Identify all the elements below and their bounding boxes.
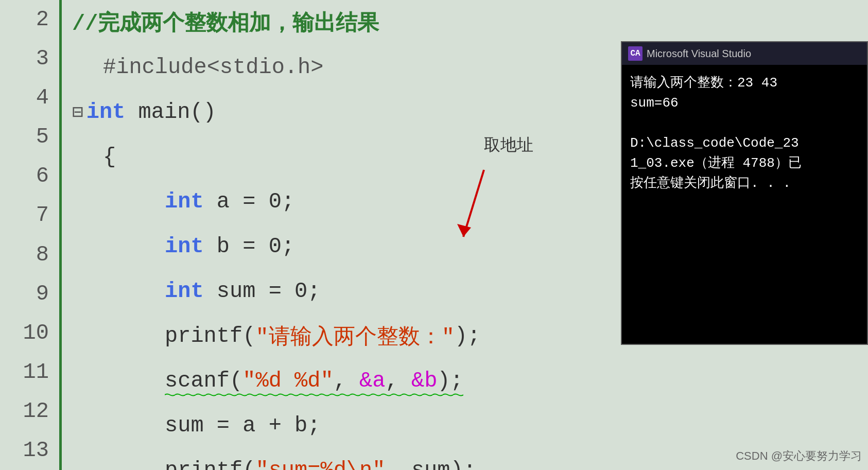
printf1-func: printf( — [165, 324, 255, 349]
line-numbers: 2 3 4 5 6 7 8 9 10 11 12 13 — [0, 0, 62, 470]
line-num-2: 2 — [36, 0, 49, 39]
vs-line-6: 按任意键关闭此窗口. . . — [630, 173, 859, 194]
line-num-8: 8 — [36, 235, 49, 274]
var-a: a = 0; — [204, 189, 294, 214]
keyword-int-sum: int — [165, 279, 204, 304]
main-decl: main() — [125, 100, 216, 125]
vs-line-4: D:\class_code\Code_23 — [630, 133, 859, 153]
line-num-6: 6 — [36, 156, 49, 196]
scanf-comma2: , — [386, 369, 411, 393]
vs-title: Microsoft Visual Studio — [647, 48, 751, 60]
printf2-string: "sum=%d\n" — [255, 458, 385, 471]
printf1-string: "请输入两个整数：" — [255, 322, 454, 351]
scanf-string: "%d %d" — [242, 369, 333, 393]
var-sum: sum = 0; — [204, 279, 321, 304]
keyword-int-b: int — [165, 234, 204, 259]
code-line-11: sum = a + b; — [72, 403, 868, 448]
line-num-5: 5 — [36, 117, 49, 156]
line-num-3: 3 — [36, 39, 49, 78]
scanf-end: ); — [437, 369, 463, 393]
line-num-10: 10 — [23, 314, 49, 353]
brace-open: { — [103, 145, 116, 169]
scanf-amp-b: &b — [411, 369, 437, 393]
printf2-args: , sum); — [385, 458, 476, 471]
scanf-line: scanf("%d %d", &a, &b); — [165, 369, 463, 393]
printf2-func: printf( — [165, 458, 255, 471]
code-line-2: //完成两个整数相加，输出结果 — [72, 0, 868, 45]
collapse-icon[interactable]: ⊟ — [72, 101, 83, 124]
comment-text: //完成两个整数相加，输出结果 — [72, 8, 379, 37]
watermark: CSDN @安心要努力学习 — [736, 448, 862, 464]
sum-calc: sum = a + b; — [165, 413, 320, 438]
code-line-10: scanf("%d %d", &a, &b); — [72, 358, 868, 403]
include-text: #include<stdio.h> — [103, 55, 323, 80]
vs-console-window: CA Microsoft Visual Studio 请输入两个整数：23 43… — [621, 41, 868, 345]
line-num-12: 12 — [23, 392, 49, 431]
vs-line-5: 1_03.exe（进程 4788）已 — [630, 153, 859, 173]
line-num-9: 9 — [36, 274, 49, 314]
scanf-amp-a: &a — [359, 369, 385, 393]
vs-line-3 — [630, 113, 859, 133]
vs-console-content: 请输入两个整数：23 43 sum=66 D:\class_code\Code_… — [622, 65, 867, 344]
var-b: b = 0; — [204, 234, 294, 259]
line-num-13: 13 — [23, 431, 49, 470]
vs-logo: CA — [628, 46, 643, 61]
line-num-7: 7 — [36, 196, 49, 235]
line-num-4: 4 — [36, 78, 49, 117]
line-num-11: 11 — [23, 353, 49, 392]
main-container: 2 3 4 5 6 7 8 9 10 11 12 13 //完成两个整数相加，输… — [0, 0, 868, 470]
printf1-end: ); — [455, 324, 480, 349]
vs-titlebar: CA Microsoft Visual Studio — [622, 42, 867, 65]
scanf-func: scanf( — [165, 369, 242, 393]
vs-line-1: 请输入两个整数：23 43 — [630, 73, 859, 93]
scanf-comma: , — [334, 369, 359, 393]
keyword-int-main: int — [86, 100, 126, 125]
keyword-int-a: int — [165, 189, 204, 214]
vs-line-2: sum=66 — [630, 93, 859, 113]
